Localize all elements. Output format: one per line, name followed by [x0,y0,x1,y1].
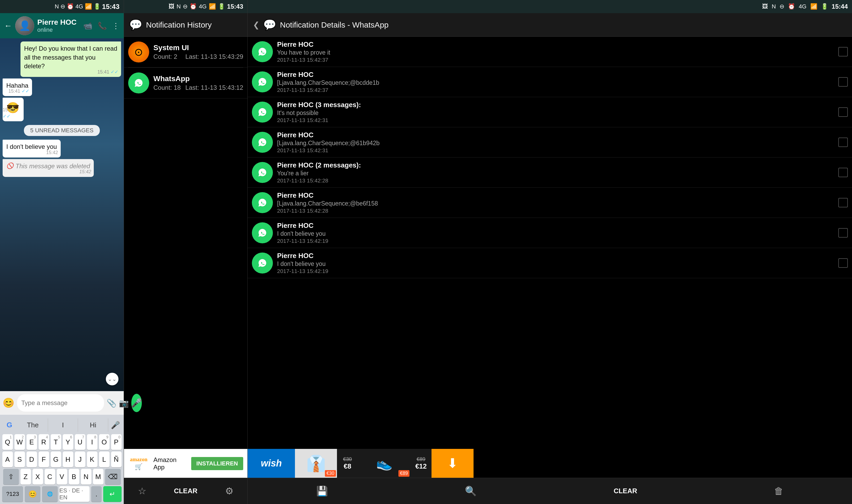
key-t[interactable]: 5T [51,434,61,450]
deleted-message-text: This message was deleted [16,162,90,170]
key-z[interactable]: Z [20,469,31,485]
detail-checkbox-4[interactable] [838,168,848,177]
detail-checkbox-5[interactable] [838,198,848,208]
star-icon[interactable]: ☆ [138,486,146,497]
key-p[interactable]: 0P [111,434,122,450]
key-q[interactable]: 1Q [2,434,13,450]
suggestion-hi[interactable]: Hi [78,418,108,432]
shoe-ad[interactable]: 👟 €89 [358,449,410,478]
detail-item-3[interactable]: Pierre HOC [Ljava.lang.CharSequence;@61b… [248,127,852,158]
key-n[interactable]: N [81,469,91,485]
keyboard-voice-input[interactable]: 🎤 [108,421,123,429]
key-m[interactable]: M [93,469,104,485]
delete-icon[interactable]: 🗑 [774,486,783,497]
detail-item-7[interactable]: Pierre HOC I don't believe you 2017-11-1… [248,248,852,278]
notif-history-bottom-bar: ☆ CLEAR ⚙ [124,478,247,504]
mic-button[interactable]: 🎤 [131,394,142,412]
install-button[interactable]: INSTALLIEREN [191,457,243,470]
search-icon[interactable]: 🔍 [465,486,477,497]
detail-item-0[interactable]: Pierre HOC You have to prove it 2017-11-… [248,37,852,67]
key-language[interactable]: 🌐 [42,486,58,502]
key-c[interactable]: C [45,469,55,485]
contact-avatar[interactable]: 👤 [15,16,34,35]
message-incoming-2[interactable]: 😎 15:41 ✓✓ [3,98,24,121]
detail-item-1[interactable]: Pierre HOC [Ljava.lang.CharSequence;@bcd… [248,67,852,97]
deleted-icon: 🚫 [6,162,13,170]
key-delete[interactable]: ⌫ [105,469,121,485]
key-d[interactable]: D [26,451,37,467]
detail-checkbox-3[interactable] [838,138,848,147]
key-f[interactable]: F [39,451,49,467]
message-incoming-1[interactable]: Hahaha 15:41 ✓✓ [3,78,32,96]
detail-sender-6: Pierre HOC [277,221,834,230]
more-options-icon[interactable]: ⋮ [112,21,120,30]
voice-call-icon[interactable]: 📞 [98,21,107,30]
clear-button[interactable]: CLEAR [174,487,197,495]
detail-item-4[interactable]: Pierre HOC (2 messages): You're a lier 2… [248,158,852,188]
detail-checkbox-1[interactable] [838,77,848,87]
key-symbols[interactable]: ?123 [2,486,23,502]
key-i[interactable]: 8I [87,434,97,450]
key-j[interactable]: J [75,451,85,467]
key-space[interactable]: ES · DE · EN [59,486,90,502]
wa-logo-0 [256,45,269,58]
key-h[interactable]: H [63,451,73,467]
emoji-button[interactable]: 😊 [3,397,15,409]
detail-item-2[interactable]: Pierre HOC (3 messages): It's not possib… [248,97,852,127]
alarm-icon-3: ⏰ [788,3,795,10]
scroll-to-bottom-button[interactable]: ⌄⌄ [106,373,119,385]
key-v[interactable]: V [57,469,67,485]
wish-ad[interactable]: wish [248,449,295,478]
video-call-icon[interactable]: 📹 [83,21,92,30]
download-ad-button[interactable]: ⬇ [431,449,474,478]
key-n-tilde[interactable]: Ñ [111,451,122,467]
key-emoji[interactable]: 😊 [25,486,40,502]
notif-item-system-ui[interactable]: ⊙ System UI Count: 2 Last: 11-13 15:43:2… [124,37,247,68]
suggestion-i[interactable]: I [48,418,78,432]
key-w[interactable]: 2W [15,434,25,450]
key-period[interactable]: . [91,486,102,502]
key-e[interactable]: 3E [26,434,37,450]
clear-details-button[interactable]: CLEAR [614,487,637,495]
detail-checkbox-0[interactable] [838,47,848,56]
detail-checkbox-2[interactable] [838,107,848,117]
key-s[interactable]: S [15,451,25,467]
detail-checkbox-6[interactable] [838,228,848,237]
key-o[interactable]: 9O [99,434,109,450]
key-b[interactable]: B [69,469,79,485]
key-k[interactable]: K [87,451,97,467]
message-deleted[interactable]: 🚫 This message was deleted 15:42 [3,159,94,177]
detail-sender-3: Pierre HOC [277,131,834,139]
notif-item-whatsapp[interactable]: WhatsApp Count: 18 Last: 11-13 15:43:12 [124,68,247,98]
key-y[interactable]: 6Y [63,434,73,450]
detail-content-3: Pierre HOC [Ljava.lang.CharSequence;@61b… [277,131,834,154]
settings-icon[interactable]: ⚙ [225,486,233,497]
message-incoming-3[interactable]: I don't believe you 15:42 [3,140,61,158]
back-button[interactable]: ← [4,21,12,30]
save-icon[interactable]: 💾 [316,486,328,497]
key-shift[interactable]: ⇧ [3,469,19,485]
key-g[interactable]: G [51,451,61,467]
suggestion-the[interactable]: The [18,418,48,432]
key-r[interactable]: 4R [39,434,49,450]
message-outgoing-1[interactable]: Hey! Do you know that I can read all the… [20,41,121,77]
key-l[interactable]: L [99,451,109,467]
key-a[interactable]: A [2,451,13,467]
shirt-ad[interactable]: 👔 €30 [295,449,337,478]
contact-info[interactable]: Pierre HOC online [37,18,80,33]
mic-icon: 🎤 [131,398,142,408]
key-enter[interactable]: ↵ [103,486,122,502]
ad-banner[interactable]: amazon 🛒 Amazon App INSTALLIEREN [124,449,247,478]
back-chevron-icon[interactable]: ❮ [253,20,260,30]
key-x[interactable]: X [33,469,43,485]
attach-button[interactable]: 📎 [107,398,116,408]
key-u[interactable]: 7U [75,434,85,450]
detail-checkbox-7[interactable] [838,258,848,268]
detail-item-5[interactable]: Pierre HOC [Ljava.lang.CharSequence;@be6… [248,188,852,218]
detail-item-6[interactable]: Pierre HOC I don't believe you 2017-11-1… [248,218,852,248]
camera-button[interactable]: 📷 [119,398,129,408]
detail-time-0: 2017-11-13 15:42:37 [277,57,834,63]
message-input[interactable] [17,394,104,412]
contact-name: Pierre HOC [37,18,80,26]
details-ad-strip[interactable]: wish 👔 €30 €30 €8 👟 €89 €89 €12 ⬇ [248,449,852,478]
